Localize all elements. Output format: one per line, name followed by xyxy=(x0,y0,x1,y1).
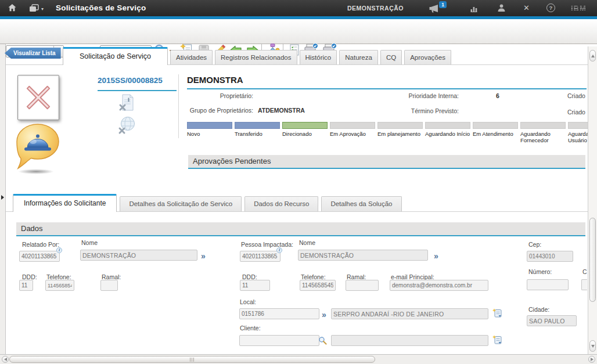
status-bar xyxy=(473,122,518,129)
numero-input[interactable] xyxy=(527,279,569,290)
side-panel-expand-arrow[interactable] xyxy=(1,195,4,200)
tab-cq[interactable]: CQ xyxy=(380,50,402,64)
bulletins-megaphone-icon[interactable] xyxy=(429,3,439,15)
reported-ramal-input[interactable] xyxy=(100,280,118,291)
detail-chevron-icon[interactable]: » xyxy=(322,311,326,319)
created-by-label-clipped: Criado xyxy=(567,92,587,99)
info-icon[interactable]: i xyxy=(276,247,282,253)
affected-name-input[interactable] xyxy=(298,250,428,261)
right-triangle-icon xyxy=(591,358,594,361)
home-icon[interactable] xyxy=(8,3,17,14)
status-chip: Direcionado xyxy=(282,122,328,137)
owner-group-value: ATDEMONSTRA xyxy=(258,107,305,114)
detail-chevron-icon[interactable]: » xyxy=(434,252,438,260)
numero-label: Número: xyxy=(528,268,552,275)
status-label: Aguardando Início xyxy=(425,131,474,137)
affected-person-input[interactable] xyxy=(240,251,280,262)
record-id: 2015SS/00008825 xyxy=(98,76,163,85)
globe-translation-unavailable-icon[interactable] xyxy=(117,116,137,138)
tab-solicitacao-de-servico[interactable]: Solicitação de Serviço xyxy=(63,47,168,65)
scroll-left-arrow[interactable] xyxy=(2,356,9,363)
tab-atividades[interactable]: Atividades xyxy=(170,50,213,64)
sign-out-close-icon[interactable]: ✕ xyxy=(523,4,530,12)
cidade-input[interactable] xyxy=(527,315,577,326)
ibm-logo: IBM xyxy=(571,4,587,13)
affected-ddd-input[interactable] xyxy=(240,280,270,291)
clipped-right-input[interactable] xyxy=(581,279,587,290)
email-input[interactable] xyxy=(390,280,488,291)
left-triangle-icon xyxy=(4,358,7,361)
bulletin-count-badge: 1 xyxy=(439,1,447,8)
scroll-down-arrow[interactable] xyxy=(589,340,596,352)
page-title: Solicitações de Serviço xyxy=(56,3,146,12)
down-triangle-icon xyxy=(591,345,595,348)
status-chip: Em Atendimento xyxy=(473,122,518,137)
cep-input[interactable] xyxy=(527,251,573,262)
affected-phone-input[interactable] xyxy=(300,280,336,291)
pending-approvals-section-header: Aprovações Pendentes xyxy=(188,155,585,169)
horizontal-scroll-thumb[interactable] xyxy=(9,356,375,363)
reported-phone-input[interactable] xyxy=(45,280,74,291)
scroll-right-arrow[interactable] xyxy=(588,356,595,363)
up-triangle-icon xyxy=(591,55,595,57)
cliente-input[interactable] xyxy=(239,335,319,346)
scroll-up-arrow[interactable] xyxy=(589,50,596,62)
info-icon[interactable]: i xyxy=(56,247,62,253)
status-label: Transferido xyxy=(235,131,283,137)
dados-section-header: Dados xyxy=(16,222,585,236)
cliente-search-magnifier-icon[interactable] xyxy=(318,336,327,347)
reported-by-name-input[interactable] xyxy=(80,250,197,261)
tab-aprovacoes[interactable]: Aprovações xyxy=(404,50,451,64)
cliente-detail-menu-icon[interactable] xyxy=(492,335,502,347)
target-finish-label: Término Previsto: xyxy=(395,107,459,114)
subtab-detalhes-da-solicitacao[interactable]: Detalhes da Solicitação de Servico xyxy=(120,196,242,211)
reported-by-input[interactable] xyxy=(19,251,60,262)
status-bar xyxy=(330,122,375,129)
status-chip: Em Aprovação xyxy=(330,122,375,137)
local-description-input[interactable] xyxy=(331,308,488,319)
status-chip: Novo xyxy=(187,122,232,137)
long-description-unavailable-icon[interactable] xyxy=(118,93,136,115)
go-to-applications-icon[interactable] xyxy=(29,4,39,14)
vertical-scroll-thumb[interactable] xyxy=(589,218,596,302)
thumb-grip xyxy=(190,358,195,362)
status-bar xyxy=(282,122,328,129)
status-chip: Aguardando Início xyxy=(425,122,470,137)
affected-ramal-input[interactable] xyxy=(346,280,379,291)
reported-ddd-input[interactable] xyxy=(19,280,33,291)
subtab-dados-do-recurso[interactable]: Dados do Recurso xyxy=(244,196,318,211)
local-input[interactable] xyxy=(239,308,319,319)
titlebar: ▾ Solicitações de Serviço DEMONSTRAÇÃO 1… xyxy=(0,0,597,16)
record-id-underline xyxy=(98,90,177,91)
view-list-button[interactable]: Visualizar Lista xyxy=(5,48,61,59)
profile-person-icon[interactable] xyxy=(497,3,506,14)
tab-natureza[interactable]: Natureza xyxy=(339,50,378,64)
subtab-detalhes-da-solucao[interactable]: Detalhes da Solução xyxy=(321,196,401,211)
status-label: Em Aprovação xyxy=(330,131,379,137)
status-label: Novo xyxy=(187,131,236,137)
record-description-underline xyxy=(187,88,587,89)
user-menu[interactable]: DEMONSTRAÇÃO xyxy=(347,5,404,12)
subtab-informacoes-do-solicitante[interactable]: Informações do Solicitante xyxy=(13,194,117,212)
cliente-description-input[interactable] xyxy=(331,335,488,346)
detail-chevron-icon[interactable]: » xyxy=(201,252,206,260)
status-label: Direcionado xyxy=(282,131,331,137)
vertical-scrollbar[interactable] xyxy=(588,46,597,354)
status-bar xyxy=(235,122,280,129)
owner-group-label: Grupo de Proprietários: xyxy=(187,107,253,114)
help-icon[interactable]: ? xyxy=(546,3,555,12)
tab-registros-relacionados[interactable]: Registros Relacionados xyxy=(215,50,297,64)
reports-chart-icon[interactable] xyxy=(470,4,479,14)
applications-caret-down-icon[interactable]: ▾ xyxy=(41,6,44,12)
sub-tabs: Informações do Solicitante Detalhes da S… xyxy=(13,194,402,211)
horizontal-scrollbar[interactable] xyxy=(0,354,597,364)
tab-historico[interactable]: Histórico xyxy=(300,50,337,64)
status-chip: Em planejamento xyxy=(377,122,423,137)
delete-record-button[interactable] xyxy=(17,75,59,120)
record-description: DEMONSTRA xyxy=(187,75,243,85)
status-bar xyxy=(187,122,232,129)
local-detail-menu-icon[interactable] xyxy=(492,308,502,320)
cliente-label: Cliente: xyxy=(240,325,261,331)
complemento-label-clipped: C xyxy=(582,268,588,275)
service-request-bubble-icon xyxy=(15,123,60,172)
